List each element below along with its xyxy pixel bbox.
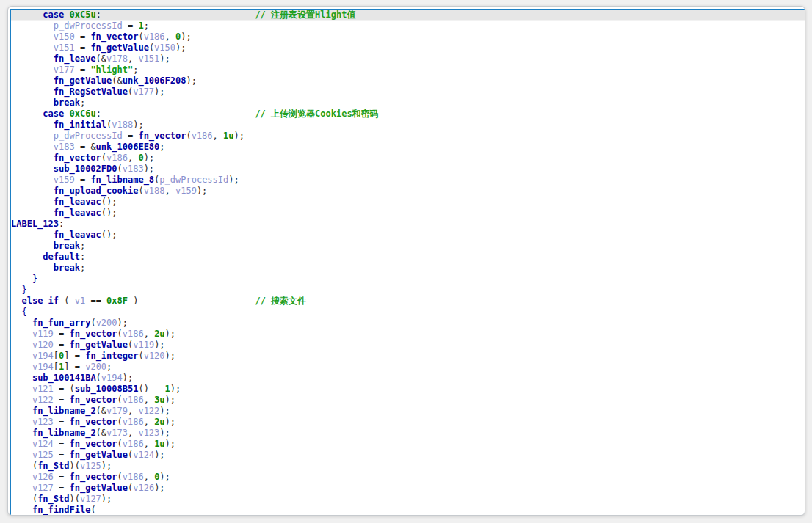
code-line[interactable]: p_dwProcessId = fn_vector(v186, 1u); (11, 131, 805, 142)
code-line[interactable]: v183 = &unk_1006EE80; (11, 142, 805, 153)
code-line[interactable]: sub_100141BA(v194); (11, 373, 805, 384)
code-line[interactable]: v123 = fn_vector(v186, 2u); (11, 417, 805, 428)
code-line[interactable]: break; (11, 263, 805, 274)
decompiler-panel: case 0xC5u: // 注册表设置Hlight值 p_dwProcessI… (7, 6, 805, 516)
code-line[interactable]: fn_getValue(&unk_1006F208); (11, 76, 805, 87)
code-line[interactable]: fn_libname_2(&v173, v123); (11, 428, 805, 439)
code-line[interactable]: else if ( v1 == 0x8F ) // 搜索文件 (11, 296, 805, 307)
code-line[interactable]: v151 = fn_getValue(v150); (11, 43, 805, 54)
code-line[interactable]: fn_leave(&v178, v151); (11, 54, 805, 65)
code-line[interactable]: fn_fun_arry(v200); (11, 318, 805, 329)
code-line[interactable]: fn_libname_2(&v179, v122); (11, 406, 805, 417)
code-line[interactable]: { (11, 307, 805, 318)
code-line[interactable]: } (11, 274, 805, 285)
code-line[interactable]: case 0xC6u: // 上传浏览器Cookies和密码 (11, 109, 805, 120)
code-line[interactable]: fn_leavac(); (11, 197, 805, 208)
code-line[interactable]: v124 = fn_vector(v186, 1u); (11, 439, 805, 450)
code-line[interactable]: LABEL_123: (11, 219, 805, 230)
code-comment: // 注册表设置Hlight值 (255, 10, 355, 20)
code-line[interactable]: v150 = fn_vector(v186, 0); (11, 32, 805, 43)
code-line[interactable]: default: (11, 252, 805, 263)
code-line[interactable]: v122 = fn_vector(v186, 3u); (11, 395, 805, 406)
code-line[interactable]: p_dwProcessId = 1; (11, 21, 805, 32)
code-line[interactable]: fn_leavac(); (11, 230, 805, 241)
code-line[interactable]: (fn_Std)(v125); (11, 461, 805, 472)
code-line[interactable]: break; (11, 98, 805, 109)
code-line[interactable]: break; (11, 241, 805, 252)
code-line[interactable]: (fn_Std)(v127); (11, 494, 805, 505)
code-line[interactable]: sub_10002FD0(v183); (11, 164, 805, 175)
code-line[interactable]: v126 = fn_vector(v186, 0); (11, 472, 805, 483)
code-line[interactable]: fn_leavac(); (11, 208, 805, 219)
code-line[interactable]: fn_RegSetValue(v177); (11, 87, 805, 98)
code-line[interactable]: fn_findFile( (11, 505, 805, 516)
code-line-highlighted[interactable]: case 0xC5u: // 注册表设置Hlight值 (11, 10, 805, 21)
code-line[interactable]: v194[0] = fn_integer(v120); (11, 351, 805, 362)
code-line[interactable]: v159 = fn_libname_8(p_dwProcessId); (11, 175, 805, 186)
code-line[interactable]: v121 = (sub_10008B51() - 1); (11, 384, 805, 395)
code-line[interactable]: fn_upload_cookie(v188, v159); (11, 186, 805, 197)
code-line[interactable]: v120 = fn_getValue(v119); (11, 340, 805, 351)
code-line[interactable]: fn_initial(v188); (11, 120, 805, 131)
code-lines[interactable]: case 0xC5u: // 注册表设置Hlight值 p_dwProcessI… (11, 10, 805, 515)
code-line[interactable]: v125 = fn_getValue(v124); (11, 450, 805, 461)
code-comment: // 上传浏览器Cookies和密码 (255, 109, 378, 119)
code-comment: // 搜索文件 (255, 296, 306, 306)
code-line[interactable]: fn_vector(v186, 0); (11, 153, 805, 164)
code-line[interactable]: v177 = "hlight"; (11, 65, 805, 76)
code-line[interactable]: v119 = fn_vector(v186, 2u); (11, 329, 805, 340)
code-line[interactable]: v194[1] = v200; (11, 362, 805, 373)
code-line[interactable]: } (11, 285, 805, 296)
code-line[interactable]: v127 = fn_getValue(v126); (11, 483, 805, 494)
